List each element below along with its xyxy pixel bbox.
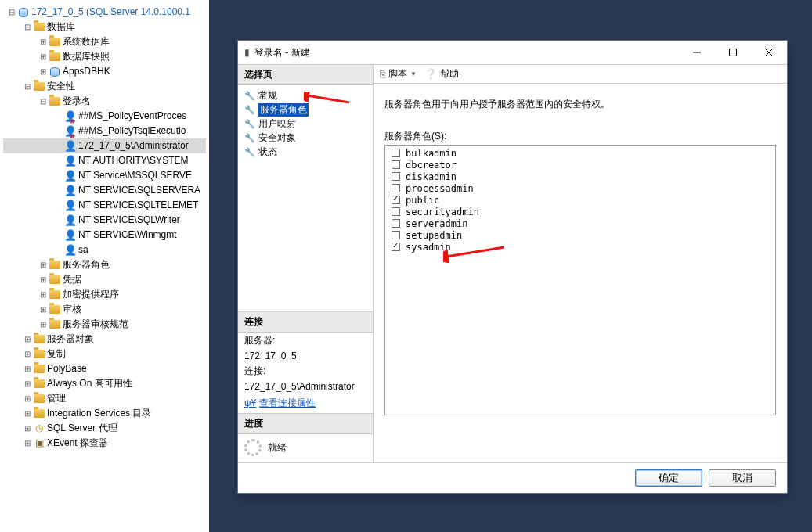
role-checkbox-sysadmin[interactable] xyxy=(392,243,400,251)
tree-login-telemetry[interactable]: ·👤NT SERVICE\SQLTELEMET xyxy=(3,198,206,213)
tree-node-databases[interactable]: ⊟数据库 xyxy=(3,20,206,34)
dialog-title: 登录名 - 新建 xyxy=(254,46,679,59)
tree-node-polybase[interactable]: ⊞PolyBase xyxy=(3,361,206,376)
role-label: setupadmin xyxy=(406,230,462,241)
expand-icon[interactable]: ⊞ xyxy=(22,347,33,361)
xevent-icon: ▣ xyxy=(33,437,45,450)
tree-node-xevent[interactable]: ⊞▣XEvent 探查器 xyxy=(3,436,206,451)
role-row-bulkadmin[interactable]: bulkadmin xyxy=(388,147,772,159)
tree-node-integration[interactable]: ⊞Integration Services 目录 xyxy=(3,406,206,421)
expand-icon[interactable]: ⊞ xyxy=(22,406,33,421)
dropdown-icon[interactable]: ▼ xyxy=(410,70,417,77)
tree-login-mssql[interactable]: ·👤NT Service\MSSQLSERVE xyxy=(3,168,206,183)
dialog-toolbar: ⎘ 脚本 ▼ ❔ 帮助 xyxy=(374,65,787,84)
expand-icon[interactable]: ⊞ xyxy=(38,287,49,302)
tree-node-crypto[interactable]: ⊞加密提供程序 xyxy=(3,287,206,302)
tree-node-audit[interactable]: ⊞审核 xyxy=(3,302,206,317)
dialog-titlebar[interactable]: ▮ 登录名 - 新建 xyxy=(238,41,787,64)
tree-login-policyevent[interactable]: ·👤##MS_PolicyEventProces xyxy=(3,109,206,124)
ok-button[interactable]: 确定 xyxy=(635,469,702,487)
role-row-serveradmin[interactable]: serveradmin xyxy=(388,217,772,229)
cancel-button[interactable]: 取消 xyxy=(709,469,776,487)
wrench-icon: 🔧 xyxy=(244,147,255,157)
folder-icon xyxy=(33,81,45,93)
page-securables[interactable]: 🔧安全对象 xyxy=(238,131,373,145)
expand-icon[interactable]: ⊞ xyxy=(22,436,33,451)
tree-login-administrator[interactable]: ·👤172_17_0_5\Administrator xyxy=(3,138,206,153)
script-button[interactable]: 脚本 xyxy=(388,67,407,81)
collapse-icon[interactable]: ⊟ xyxy=(38,94,49,109)
expand-icon[interactable]: ⊞ xyxy=(38,317,49,332)
tree-node-server-objects[interactable]: ⊞服务器对象 xyxy=(3,332,206,347)
tree-node-logins[interactable]: ⊟登录名 xyxy=(3,94,206,109)
role-label: dbcreator xyxy=(406,160,457,171)
expand-icon[interactable]: ⊞ xyxy=(38,302,49,317)
tree-node-credentials[interactable]: ⊞凭据 xyxy=(3,272,206,287)
tree-login-sqlagent[interactable]: ·👤NT SERVICE\SQLSERVERA xyxy=(3,183,206,198)
minimize-button[interactable] xyxy=(679,41,715,64)
close-button[interactable] xyxy=(751,41,787,64)
role-label: securityadmin xyxy=(406,207,479,217)
role-checkbox-diskadmin[interactable] xyxy=(392,172,400,181)
expand-icon[interactable]: ⊞ xyxy=(38,64,49,79)
role-row-processadmin[interactable]: processadmin xyxy=(388,182,772,194)
role-checkbox-securityadmin[interactable] xyxy=(392,207,400,216)
expand-icon[interactable]: ⊞ xyxy=(22,361,33,376)
tree-node-sysdb[interactable]: ⊞系统数据库 xyxy=(3,34,206,49)
page-status[interactable]: 🔧状态 xyxy=(238,145,373,159)
expand-icon[interactable]: ⊞ xyxy=(38,34,49,49)
collapse-icon[interactable]: ⊟ xyxy=(22,20,33,34)
expand-icon[interactable]: ⊞ xyxy=(22,391,33,406)
expand-icon[interactable]: ⊞ xyxy=(22,376,33,391)
page-user-mapping[interactable]: 🔧用户映射 xyxy=(238,117,373,131)
select-page-header: 选择页 xyxy=(238,65,373,85)
folder-icon xyxy=(33,378,45,390)
role-row-dbcreator[interactable]: dbcreator xyxy=(388,159,772,171)
tree-node-agent[interactable]: ⊞◷SQL Server 代理 xyxy=(3,421,206,436)
role-checkbox-processadmin[interactable] xyxy=(392,184,400,192)
user-icon: 👤 xyxy=(64,170,77,182)
tree-login-ntauth[interactable]: ·👤NT AUTHORITY\SYSTEM xyxy=(3,153,206,168)
role-row-diskadmin[interactable]: diskadmin xyxy=(388,171,772,182)
tree-node-management[interactable]: ⊞管理 xyxy=(3,391,206,406)
expand-icon[interactable]: ⊞ xyxy=(38,49,49,64)
collapse-icon[interactable]: ⊟ xyxy=(22,79,33,94)
expand-icon[interactable]: ⊞ xyxy=(22,332,33,347)
tree-node-replication[interactable]: ⊞复制 xyxy=(3,347,206,361)
tree-node-snapshot[interactable]: ⊞数据库快照 xyxy=(3,49,206,64)
role-checkbox-serveradmin[interactable] xyxy=(392,219,400,228)
role-row-public[interactable]: public xyxy=(388,194,772,206)
user-icon: 👤 xyxy=(64,214,77,227)
role-row-setupadmin[interactable]: setupadmin xyxy=(388,229,772,241)
connection-header: 连接 xyxy=(238,312,373,332)
expand-icon[interactable]: ⊞ xyxy=(38,257,49,272)
expand-icon[interactable]: ⊞ xyxy=(22,421,33,436)
role-checkbox-dbcreator[interactable] xyxy=(392,160,400,169)
roles-label: 服务器角色(S): xyxy=(384,130,776,143)
tree-node-server-roles[interactable]: ⊞服务器角色 xyxy=(3,257,206,272)
page-general[interactable]: 🔧常规 xyxy=(238,88,373,102)
tree-login-sqlwriter[interactable]: ·👤NT SERVICE\SQLWriter xyxy=(3,213,206,228)
help-button[interactable]: 帮助 xyxy=(440,67,459,81)
view-connection-properties-link[interactable]: ψ¥查看连接属性 xyxy=(238,394,373,413)
script-icon: ⎘ xyxy=(380,69,385,80)
role-checkbox-setupadmin[interactable] xyxy=(392,231,400,239)
role-row-sysadmin[interactable]: sysadmin xyxy=(388,241,772,253)
expand-icon[interactable]: ⊞ xyxy=(38,272,49,287)
maximize-button[interactable] xyxy=(715,41,751,64)
tree-node-audit-spec[interactable]: ⊞服务器审核规范 xyxy=(3,317,206,332)
tree-login-policytsql[interactable]: ·👤##MS_PolicyTsqlExecutio xyxy=(3,124,206,138)
tree-node-server[interactable]: ⊟172_17_0_5 (SQL Server 14.0.1000.1 xyxy=(3,5,206,20)
folder-icon xyxy=(49,95,61,108)
collapse-icon[interactable]: ⊟ xyxy=(6,5,17,20)
tree-node-appsdb[interactable]: ⊞AppsDBHK xyxy=(3,64,206,79)
page-server-roles[interactable]: 🔧服务器角色 xyxy=(238,102,373,117)
role-row-securityadmin[interactable]: securityadmin xyxy=(388,206,772,217)
server-roles-list[interactable]: bulkadmindbcreatordiskadminprocessadminp… xyxy=(384,145,776,415)
tree-node-security[interactable]: ⊟安全性 xyxy=(3,79,206,94)
tree-login-winmgmt[interactable]: ·👤NT SERVICE\Winmgmt xyxy=(3,228,206,243)
role-checkbox-bulkadmin[interactable] xyxy=(392,149,400,157)
tree-node-alwayson[interactable]: ⊞Always On 高可用性 xyxy=(3,376,206,391)
tree-login-sa[interactable]: ·👤sa xyxy=(3,243,206,257)
role-checkbox-public[interactable] xyxy=(392,196,400,204)
